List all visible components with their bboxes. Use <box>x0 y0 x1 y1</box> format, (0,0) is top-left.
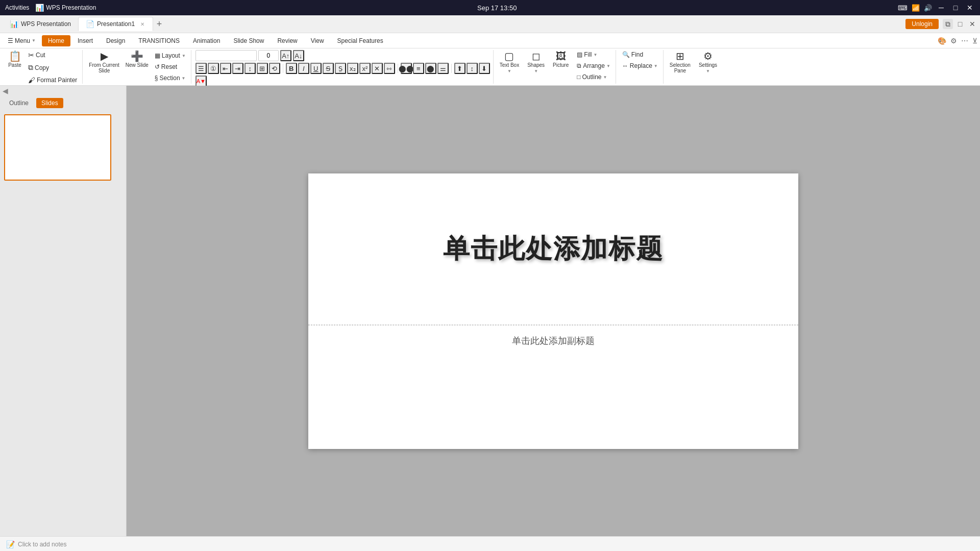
notes-area[interactable]: 📝 Click to add notes <box>0 536 980 551</box>
fill-button[interactable]: ▨ Fill▼ <box>575 50 612 59</box>
slide-title[interactable]: 单击此处添加标题 <box>443 231 664 267</box>
fill-icon: ▨ <box>577 51 582 58</box>
find-icon: 🔍 <box>622 51 630 58</box>
subscript-button[interactable]: x₂ <box>347 63 358 74</box>
align-right-button[interactable]: ⬤ <box>425 63 436 74</box>
indent-increase-button[interactable]: ⇥ <box>232 63 243 74</box>
justify-button[interactable]: ⚌ <box>437 63 449 74</box>
tab-view[interactable]: View <box>305 35 330 46</box>
reset-button[interactable]: ↺ Reset <box>153 62 188 71</box>
indent-decrease-button[interactable]: ⇤ <box>220 63 231 74</box>
section-button[interactable]: § Section ▼ <box>153 73 188 83</box>
activities-label[interactable]: Activities <box>5 4 29 11</box>
unlogin-button[interactable]: Unlogin <box>905 19 939 29</box>
insert-group: ▢ Text Box ▼ ◻ Shapes ▼ 🖼 Picture ▨ Fill <box>495 50 616 84</box>
superscript-button[interactable]: x² <box>359 63 371 74</box>
slide-thumbnail-1[interactable]: 1 <box>4 114 122 181</box>
maximize-button[interactable]: □ <box>950 3 961 13</box>
tab-wps-presentation[interactable]: 📊 WPS Presentation <box>3 17 78 31</box>
tab-home[interactable]: Home <box>42 35 70 46</box>
window-close-button[interactable]: ✕ <box>967 19 977 29</box>
shapes-dropdown: ▼ <box>534 69 538 73</box>
tab-transitions[interactable]: TRANSITIONS <box>132 35 186 46</box>
network-icon[interactable]: 📶 <box>912 4 920 12</box>
skin-icon[interactable]: 🎨 <box>938 37 946 45</box>
slide-subtitle[interactable]: 单击此处添加副标题 <box>512 335 595 347</box>
valign-bottom-button[interactable]: ⬇ <box>479 63 490 74</box>
subtitle-text-area[interactable]: 单击此处添加副标题 <box>308 325 798 449</box>
replace-button[interactable]: ↔ Replace ▼ <box>620 61 660 70</box>
underline-button[interactable]: U <box>310 63 322 74</box>
input-method-icon[interactable]: ⌨ <box>898 4 908 12</box>
new-slide-button[interactable]: ➕ New Slide <box>124 50 151 69</box>
selection-settings-group: ⊞ Selection Pane ⚙ Settings ▼ <box>665 50 722 84</box>
outline-icon: □ <box>577 73 580 81</box>
tab-presentation1[interactable]: 📄 Presentation1 ✕ <box>78 17 153 31</box>
selection-pane-button[interactable]: ⊞ Selection Pane <box>668 50 693 74</box>
sound-icon[interactable]: 🔊 <box>924 4 932 12</box>
copy-button[interactable]: ⧉ Copy <box>26 62 79 73</box>
font-size-input[interactable] <box>258 50 279 61</box>
paste-button[interactable]: 📋 Paste <box>6 50 24 69</box>
menu-button[interactable]: ☰ Menu ▼ <box>3 35 41 46</box>
layout-button[interactable]: ▦ Layout ▼ <box>153 51 188 60</box>
sidebar-toggle-button[interactable]: ◀ <box>0 86 126 96</box>
bold-button[interactable]: B <box>286 63 297 74</box>
outline-button[interactable]: □ Outline ▼ <box>575 72 612 82</box>
valign-top-button[interactable]: ⬆ <box>454 63 465 74</box>
tab-review[interactable]: Review <box>271 35 303 46</box>
find-button[interactable]: 🔍 Find <box>620 50 645 59</box>
window-maximize-button[interactable]: □ <box>955 19 965 29</box>
cut-button[interactable]: ✂ Cut <box>26 50 79 60</box>
font-name-input[interactable] <box>195 50 257 61</box>
line-spacing-button[interactable]: ↕ <box>244 63 256 74</box>
font-size-increase-button[interactable]: A↑ <box>280 50 291 61</box>
font-size-decrease-button[interactable]: A↓ <box>293 50 304 61</box>
list-bullet-button[interactable]: ☰ <box>195 63 207 74</box>
char-spacing-button[interactable]: ⇿ <box>384 63 395 74</box>
arrange-button[interactable]: ⧉ Arrange ▼ <box>575 61 612 70</box>
font-color-button[interactable]: A▼ <box>195 76 207 87</box>
shadow-button[interactable]: S̤ <box>335 63 346 74</box>
new-tab-button[interactable]: + <box>153 18 165 30</box>
format-painter-button[interactable]: 🖌 Format Painter <box>26 75 79 85</box>
shapes-button[interactable]: ◻ Shapes ▼ <box>525 50 547 74</box>
tab-close-button[interactable]: ✕ <box>139 20 145 28</box>
new-slide-icon: ➕ <box>131 51 143 61</box>
tab-design[interactable]: Design <box>100 35 131 46</box>
columns-button[interactable]: ⊞ <box>257 63 268 74</box>
more-icon[interactable]: ⋯ <box>961 37 968 45</box>
editing-group-top: 🔍 Find ↔ Replace ▼ <box>620 50 660 84</box>
valign-middle-button[interactable]: ↕ <box>467 63 478 74</box>
sidebar-tabs: Outline Slides <box>0 96 126 110</box>
italic-button[interactable]: I <box>298 63 309 74</box>
clear-format-button[interactable]: ✕ <box>372 63 383 74</box>
from-current-slide-button[interactable]: ▶ From Current Slide <box>87 50 121 74</box>
text-box-dropdown: ▼ <box>507 69 511 73</box>
tab-special-features[interactable]: Special Features <box>331 35 389 46</box>
minimize-button[interactable]: ─ <box>936 3 946 13</box>
canvas-area[interactable]: 单击此处添加标题 单击此处添加副标题 <box>127 86 980 536</box>
align-center-button[interactable]: ≡ <box>413 63 424 74</box>
tab-slideshow[interactable]: Slide Show <box>227 35 270 46</box>
expand-icon[interactable]: ⊻ <box>972 37 977 45</box>
tab-insert[interactable]: Insert <box>71 35 99 46</box>
tab-animation[interactable]: Animation <box>187 35 226 46</box>
text-box-button[interactable]: ▢ Text Box ▼ <box>498 50 521 74</box>
picture-button[interactable]: 🖼 Picture <box>551 50 571 69</box>
strikethrough-button[interactable]: S <box>323 63 334 74</box>
settings-icon[interactable]: ⚙ <box>950 37 957 45</box>
notes-placeholder[interactable]: Click to add notes <box>18 541 66 548</box>
title-text-area[interactable]: 单击此处添加标题 <box>308 173 798 325</box>
slide-canvas[interactable]: 单击此处添加标题 单击此处添加副标题 <box>308 173 798 449</box>
align-left-button[interactable]: ⬤⬤ <box>401 63 412 74</box>
reset-icon: ↺ <box>155 63 160 70</box>
list-number-button[interactable]: ① <box>208 63 219 74</box>
window-restore-button[interactable]: ⧉ <box>943 19 953 29</box>
close-button[interactable]: ✕ <box>965 3 975 13</box>
outline-tab[interactable]: Outline <box>4 98 34 108</box>
text-direction-button[interactable]: ⟲ <box>269 63 280 74</box>
settings-button[interactable]: ⚙ Settings ▼ <box>697 50 719 74</box>
slides-tab[interactable]: Slides <box>36 98 63 108</box>
slides-group: ▶ From Current Slide ➕ New Slide ▦ Layou… <box>84 50 191 84</box>
